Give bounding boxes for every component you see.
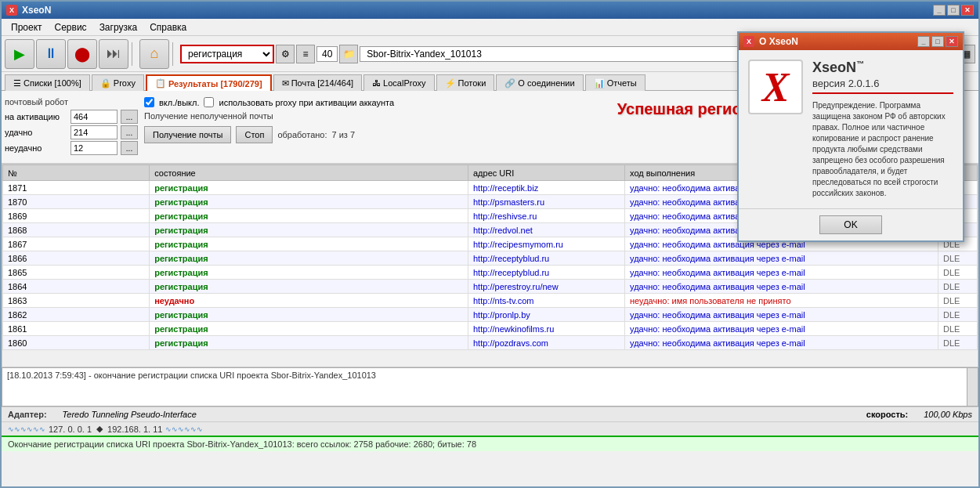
- dialog-footer: OK: [739, 208, 963, 240]
- menu-project[interactable]: Проект: [5, 20, 49, 34]
- cell-uri: http://pronlp.by: [468, 308, 625, 322]
- cell-status: регистрация: [150, 251, 468, 266]
- fail-row: неудачно ...: [5, 141, 138, 155]
- minimize-button[interactable]: _: [933, 5, 946, 16]
- skip-button[interactable]: ⏭: [99, 39, 128, 69]
- mode-select-wrap: регистрация активация рассылка: [180, 45, 274, 63]
- cell-uri: http://newkinofilms.ru: [468, 322, 625, 336]
- menu-help[interactable]: Справка: [143, 20, 193, 34]
- cell-extra: DLE: [938, 266, 978, 280]
- app-icon: X: [6, 5, 17, 16]
- cell-uri: http://receptik.biz: [468, 181, 625, 195]
- robot-label: почтовый робот: [5, 97, 138, 107]
- cell-result: удачно: необходима активация через e-mai…: [625, 266, 938, 280]
- cell-result: удачно: необходима активация через e-mai…: [625, 322, 938, 336]
- cell-num: 1867: [3, 237, 150, 251]
- tab-localproxy-icon: 🖧: [372, 78, 381, 88]
- table-row[interactable]: 1860 регистрация http://pozdravs.com уда…: [3, 336, 978, 350]
- success-btn[interactable]: ...: [121, 125, 138, 139]
- success-label: удачно: [5, 128, 67, 137]
- menu-download[interactable]: Загрузка: [93, 20, 144, 34]
- table-row[interactable]: 1864 регистрация http://perestroy.ru/new…: [3, 280, 978, 294]
- log-scrollbar[interactable]: [967, 368, 978, 406]
- col-uri: адрес URI: [468, 165, 625, 181]
- enable-label: вкл./выкл.: [159, 98, 199, 107]
- dialog-minimize-button[interactable]: _: [917, 36, 930, 47]
- close-button[interactable]: ✕: [961, 5, 974, 16]
- ok-button[interactable]: OK: [819, 215, 882, 234]
- checkbox-row: вкл./выкл. использовать proxy при актива…: [144, 97, 557, 107]
- cell-num: 1865: [3, 266, 150, 280]
- menu-service[interactable]: Сервис: [49, 20, 93, 34]
- dialog-app-icon: X: [743, 36, 754, 47]
- tab-connection[interactable]: 🔗 О соединении: [496, 74, 583, 91]
- table-row[interactable]: 1863 неудачно http://nts-tv.com неудачно…: [3, 294, 978, 308]
- activation-input[interactable]: [71, 110, 118, 124]
- dialog-close-button[interactable]: ✕: [946, 36, 958, 47]
- get-mail-button[interactable]: Получение почты: [144, 126, 231, 143]
- tab-reports[interactable]: 📊 Отчеты: [585, 74, 645, 91]
- tab-mail-label: Почта [214/464]: [291, 78, 353, 88]
- mail-label: Получение неполученной почты: [144, 111, 273, 121]
- list-icon-btn[interactable]: ≡: [296, 45, 315, 63]
- speed-label: скорость:: [866, 410, 908, 419]
- tab-streams[interactable]: ⚡ Потоки: [436, 74, 495, 91]
- cell-result: удачно: необходима активация через e-mai…: [625, 336, 938, 350]
- stop-button-action[interactable]: Стоп: [236, 126, 273, 143]
- activation-btn[interactable]: ...: [121, 110, 138, 124]
- count-badge: 40: [316, 46, 338, 62]
- adapter-value: Teredo Tunneling Pseudo-Interface: [63, 410, 197, 419]
- dialog-warning: Предупреждение. Программа защищена закон…: [812, 100, 953, 199]
- success-input[interactable]: [71, 125, 118, 139]
- fail-label: неудачно: [5, 143, 67, 153]
- activation-row: на активацию ...: [5, 110, 138, 124]
- play-button[interactable]: ▶: [5, 39, 34, 69]
- table-row[interactable]: 1862 регистрация http://pronlp.by удачно…: [3, 308, 978, 322]
- cell-num: 1870: [3, 195, 150, 209]
- dialog-version: версия 2.0.1.6: [812, 78, 953, 94]
- cell-status: регистрация: [150, 280, 468, 294]
- settings-icon-btn[interactable]: ⚙: [276, 45, 295, 63]
- cell-result: удачно: необходима активация через e-mai…: [625, 251, 938, 266]
- enable-checkbox[interactable]: [144, 97, 154, 107]
- stop-button[interactable]: ⬤: [67, 39, 97, 69]
- cell-status: регистрация: [150, 195, 468, 209]
- pause-button[interactable]: ⏸: [36, 39, 66, 69]
- adapter-label: Адаптер:: [8, 410, 47, 419]
- tab-results[interactable]: 📋 Результаты [1790/279]: [146, 74, 272, 91]
- proxy-checkbox[interactable]: [204, 97, 214, 107]
- cell-result: удачно: необходима активация через e-mai…: [625, 280, 938, 294]
- wave-right: ∿∿∿∿∿∿: [165, 425, 203, 433]
- cell-uri: http://perestroy.ru/new: [468, 280, 625, 294]
- cell-uri: http://reshivse.ru: [468, 209, 625, 223]
- bottom-status-bar: Окончание регистрации списка URI проекта…: [2, 436, 978, 451]
- proxy-label: использовать proxy при активации аккаунт…: [219, 98, 394, 107]
- folder-icon-btn[interactable]: 📁: [339, 45, 358, 63]
- ip-separator: ◆: [96, 424, 103, 434]
- tab-reports-label: Отчеты: [607, 78, 637, 88]
- tab-proxy[interactable]: 🔒 Proxy: [92, 74, 144, 91]
- log-text: [18.10.2013 7:59:43] - окончание регистр…: [7, 371, 376, 380]
- cell-extra: DLE: [938, 308, 978, 322]
- table-row[interactable]: 1861 регистрация http://newkinofilms.ru …: [3, 322, 978, 336]
- title-bar: X XseoN _ □ ✕: [2, 2, 978, 19]
- tab-localproxy[interactable]: 🖧 LocalProxy: [363, 74, 434, 91]
- tab-mail[interactable]: ✉ Почта [214/464]: [273, 74, 362, 91]
- fail-input[interactable]: [71, 141, 118, 155]
- tab-streams-icon: ⚡: [445, 78, 456, 89]
- separator: [132, 42, 136, 66]
- tab-results-label: Результаты [1790/279]: [168, 79, 262, 89]
- cell-status: регистрация: [150, 308, 468, 322]
- tab-lists[interactable]: ☰ Списки [100%]: [5, 74, 90, 91]
- cell-num: 1871: [3, 181, 150, 195]
- fail-btn[interactable]: ...: [121, 141, 138, 155]
- table-row[interactable]: 1866 регистрация http://receptyblud.ru у…: [3, 251, 978, 266]
- table-row[interactable]: 1865 регистрация http://receptyblud.ru у…: [3, 266, 978, 280]
- mode-select[interactable]: регистрация активация рассылка: [180, 45, 274, 63]
- about-dialog: X О XseoN _ □ ✕ X XseoN™ версия 2.0.1.6: [737, 31, 972, 242]
- dialog-maximize-button[interactable]: □: [931, 36, 944, 47]
- home-button[interactable]: ⌂: [139, 39, 169, 69]
- maximize-button[interactable]: □: [947, 5, 960, 16]
- speed-value: 100,00 Kbps: [924, 410, 972, 419]
- cell-status: неудачно: [150, 294, 468, 308]
